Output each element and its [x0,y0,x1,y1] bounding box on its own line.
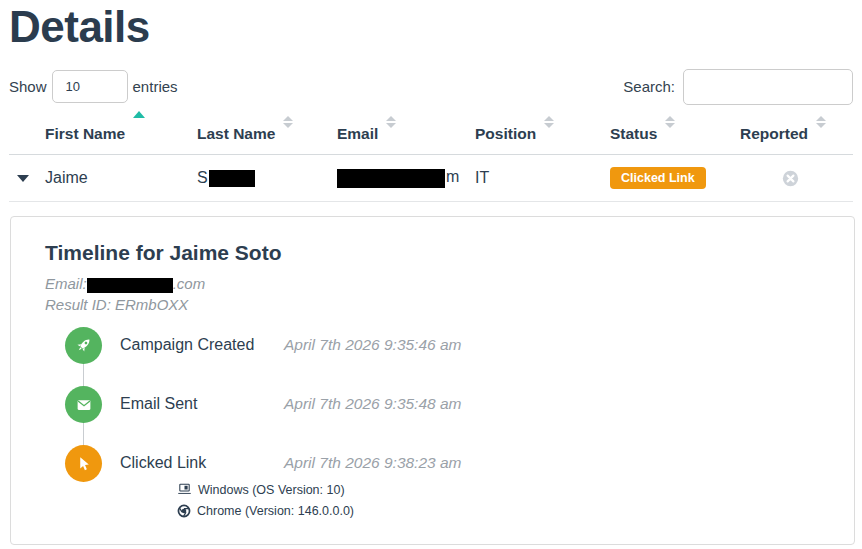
column-header-status[interactable]: Status [610,115,740,155]
timeline-event-email-sent: Email Sent April 7th 2026 9:35:48 am [45,386,822,445]
email-suffix-text: m [446,168,459,185]
position-cell: IT [475,155,610,202]
last-name-visible-text: S [197,169,208,186]
email-suffix-text: .com [173,275,206,292]
sort-icon [386,116,396,128]
browser-detail-line: Chrome (Version: 146.0.0.0) [177,500,822,521]
timeline-result-id: Result ID: ERmbOXX [45,294,822,315]
envelope-icon [65,386,102,423]
redaction-box [209,170,255,187]
os-detail-line: Windows (OS Version: 10) [177,479,822,500]
collapse-row-caret-icon[interactable] [17,175,29,182]
column-header-reported[interactable]: Reported [740,115,853,155]
rocket-icon [65,327,102,364]
search-label: Search: [623,78,675,95]
event-date: April 7th 2026 9:35:48 am [284,395,462,413]
first-name-cell: Jaime [45,155,197,202]
table-controls: Show entries Search: [9,69,853,105]
column-header-label: First Name [45,125,125,142]
timeline-title: Timeline for Jaime Soto [45,239,822,267]
entries-label: entries [133,78,178,95]
column-header-label: Status [610,125,657,142]
event-label: Email Sent [120,395,284,413]
column-header-label: Email [337,125,378,142]
timeline-event-clicked-link: Clicked Link April 7th 2026 9:38:23 am W… [45,445,822,521]
email-label: Email: [45,275,87,292]
column-header-first-name[interactable]: First Name [45,115,197,155]
expander-column-header [9,115,45,155]
event-label: Campaign Created [120,336,284,354]
timeline-list: Campaign Created April 7th 2026 9:35:46 … [45,327,822,521]
entries-per-page-input[interactable] [52,70,128,103]
column-header-label: Position [475,125,536,142]
status-badge: Clicked Link [610,167,706,189]
email-cell: m [337,155,475,202]
browser-detail-text: Chrome (Version: 146.0.0.0) [197,504,354,518]
sort-ascending-icon [133,111,145,118]
timeline-email-line: Email:.com [45,273,822,294]
sort-icon [283,116,293,128]
redaction-box [87,278,173,293]
results-table: First Name Last Name Email Position Stat… [9,115,853,203]
cursor-icon [65,445,102,482]
sort-icon [544,116,554,128]
redaction-box [337,169,445,188]
sort-icon [816,116,826,128]
event-date: April 7th 2026 9:38:23 am [284,454,462,472]
table-row: Jaime S m IT Clicked Link [9,155,853,202]
timeline-event-campaign-created: Campaign Created April 7th 2026 9:35:46 … [45,327,822,386]
column-header-email[interactable]: Email [337,115,475,155]
laptop-icon [177,483,192,496]
status-cell: Clicked Link [610,155,740,202]
not-reported-circle-x-icon[interactable] [782,170,799,187]
table-header-row: First Name Last Name Email Position Stat… [9,115,853,155]
sort-icon [665,116,675,128]
chrome-icon [177,504,191,518]
column-header-position[interactable]: Position [475,115,610,155]
event-label: Clicked Link [120,454,284,472]
show-label: Show [9,78,47,95]
row-expander-cell [9,155,45,202]
last-name-cell: S [197,155,337,202]
event-date: April 7th 2026 9:35:46 am [284,336,462,354]
reported-cell [740,155,853,202]
timeline-panel: Timeline for Jaime Soto Email:.com Resul… [10,216,855,545]
column-header-label: Reported [740,125,808,142]
page-title: Details [0,0,862,53]
column-header-label: Last Name [197,125,275,142]
search-input[interactable] [683,69,853,105]
event-device-details: Windows (OS Version: 10) Chrome (Version… [177,479,822,521]
os-detail-text: Windows (OS Version: 10) [198,483,345,497]
column-header-last-name[interactable]: Last Name [197,115,337,155]
